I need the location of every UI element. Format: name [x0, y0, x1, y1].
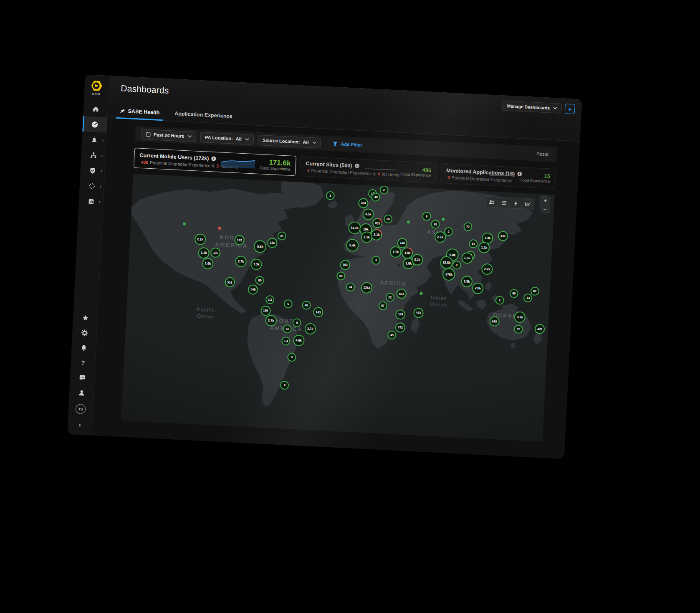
topbar-actions: Manage Dashboards + — [502, 101, 575, 114]
home-icon — [92, 105, 99, 113]
map-users-toggle[interactable] — [485, 197, 498, 207]
pa-location-label: PA Location: — [205, 134, 233, 141]
scm-logo[interactable]: SCM — [91, 75, 103, 96]
report-chart-icon — [87, 198, 95, 205]
bolt-icon — [514, 200, 518, 206]
metric-card-mobile-users[interactable]: Current Mobile Users (172k) i 400 Potent… — [134, 148, 296, 176]
panw-logo-icon — [91, 81, 102, 91]
info-icon[interactable]: i — [211, 156, 216, 161]
add-filter-label: Add Filter — [341, 142, 362, 148]
sparkline-blue — [220, 157, 256, 169]
person-icon — [78, 389, 85, 397]
source-location-label: Source Location: — [262, 137, 300, 144]
sidebar-item-home[interactable] — [83, 101, 108, 117]
list-icon — [501, 200, 507, 205]
chevron-right-icon: › — [101, 153, 103, 158]
add-filter-button[interactable]: Add Filter — [330, 140, 365, 148]
time-range-value: Past 24 Hours — [154, 132, 184, 139]
sparkline-gray — [488, 171, 516, 181]
card-subtitle: 3 Potential Degraded Experience — [446, 175, 484, 182]
sidebar-item-security[interactable]: › — [80, 162, 105, 179]
card-title: Current Sites (500) — [306, 160, 352, 169]
reset-filters-button[interactable]: Reset — [534, 151, 551, 157]
ocean-label: Pacific Ocean — [196, 306, 215, 321]
topology-icon — [89, 152, 97, 159]
funnel-icon — [332, 141, 338, 147]
manage-dashboards-button[interactable]: Manage Dashboards — [502, 101, 562, 114]
chevron-down-icon — [245, 138, 249, 140]
favorites-button[interactable] — [81, 314, 89, 322]
incident-count: 3 — [216, 163, 219, 168]
tab-application-experience[interactable]: Application Experience — [174, 106, 232, 124]
continents-layer — [121, 174, 555, 442]
chevron-down-icon — [188, 135, 192, 137]
chart-line-icon — [525, 201, 531, 207]
metric-card-applications[interactable]: Monitored Applications (18) i 3 Potentia… — [440, 163, 556, 189]
sidebar-item-network[interactable]: › — [81, 147, 106, 164]
time-range-dropdown[interactable]: Past 24 Hours — [141, 129, 196, 142]
user-avatar[interactable]: TS — [76, 404, 86, 414]
dashboard-icon — [91, 120, 99, 128]
chevron-down-icon — [553, 107, 557, 109]
calendar-icon — [146, 132, 151, 137]
manage-dashboards-label: Manage Dashboards — [507, 103, 550, 110]
dashboard-content: Past 24 Hours PA Location: All Source Lo… — [92, 118, 580, 459]
zoom-in-button[interactable]: + — [541, 197, 550, 205]
sparkline-gray — [364, 165, 397, 175]
map-zoom-controls: + − — [540, 196, 551, 214]
degraded-count: 3 — [447, 175, 450, 180]
expand-sidebar-button[interactable]: › — [78, 421, 81, 428]
star-icon — [81, 314, 89, 322]
dotted-circle-icon — [88, 182, 96, 190]
chevron-right-icon: › — [100, 184, 101, 189]
map-chart-toggle[interactable] — [521, 198, 534, 209]
pa-location-value: All — [235, 136, 242, 142]
sidebar-nav: › › › › › — [78, 101, 108, 210]
card-subtitle: 4 Potential Degraded Experience & 4 Inci… — [305, 167, 359, 175]
world-map: + − NORTH AMERICASOUTH AMERICAAFRICAASIA… — [121, 174, 555, 442]
chevron-right-icon: › — [101, 169, 102, 173]
bell-icon — [80, 344, 88, 352]
dashboard-window: SCM › › › › — [67, 74, 582, 459]
zoom-out-button[interactable]: − — [540, 205, 550, 213]
gear-icon — [81, 329, 88, 337]
continent-label: AFRICA — [379, 279, 407, 288]
source-location-dropdown[interactable]: Source Location: All — [258, 134, 321, 148]
sidebar-item-workflows[interactable]: › — [79, 178, 104, 195]
card-caption: Good Experience — [400, 172, 431, 178]
help-button[interactable]: ? — [79, 359, 87, 367]
siren-icon — [90, 136, 98, 144]
settings-button[interactable] — [81, 329, 88, 337]
ocean-label: Indian Ocean — [430, 294, 448, 308]
sidebar-item-reports[interactable]: › — [78, 193, 104, 210]
chevron-right-icon: › — [99, 200, 101, 204]
tab-label: SASE Health — [128, 108, 159, 116]
info-icon[interactable]: i — [354, 163, 359, 168]
chevron-down-icon — [312, 141, 316, 144]
shield-check-icon — [89, 167, 96, 175]
tab-sase-health[interactable]: SASE Health — [119, 103, 160, 120]
logo-text: SCM — [92, 92, 101, 96]
sidebar-bottom: ? TS › — [68, 313, 98, 429]
users-icon — [489, 199, 495, 205]
tab-label: Application Experience — [174, 111, 232, 119]
card-caption: Good Experience — [260, 166, 291, 172]
feedback-button[interactable] — [78, 374, 86, 382]
notifications-button[interactable] — [80, 344, 88, 352]
source-location-value: All — [303, 139, 309, 145]
chat-icon — [78, 374, 86, 382]
profile-button[interactable] — [78, 389, 86, 397]
map-list-toggle[interactable] — [497, 198, 510, 208]
sidebar-item-alerts[interactable]: › — [81, 132, 106, 148]
pin-icon — [119, 108, 125, 114]
chevron-right-icon: › — [102, 138, 104, 142]
add-dashboard-button[interactable]: + — [565, 104, 575, 114]
card-caption: Good Experience — [519, 177, 550, 184]
degraded-count: 4 — [307, 167, 309, 172]
metric-card-sites[interactable]: Current Sites (500) i 4 Potential Degrad… — [300, 156, 437, 183]
map-incidents-toggle[interactable] — [509, 198, 522, 208]
degraded-count: 400 — [141, 159, 148, 165]
pa-location-dropdown[interactable]: PA Location: All — [200, 132, 254, 144]
main-area: Dashboards Manage Dashboards + SASE Heal… — [92, 76, 582, 459]
sidebar-item-dashboards[interactable] — [82, 116, 107, 133]
